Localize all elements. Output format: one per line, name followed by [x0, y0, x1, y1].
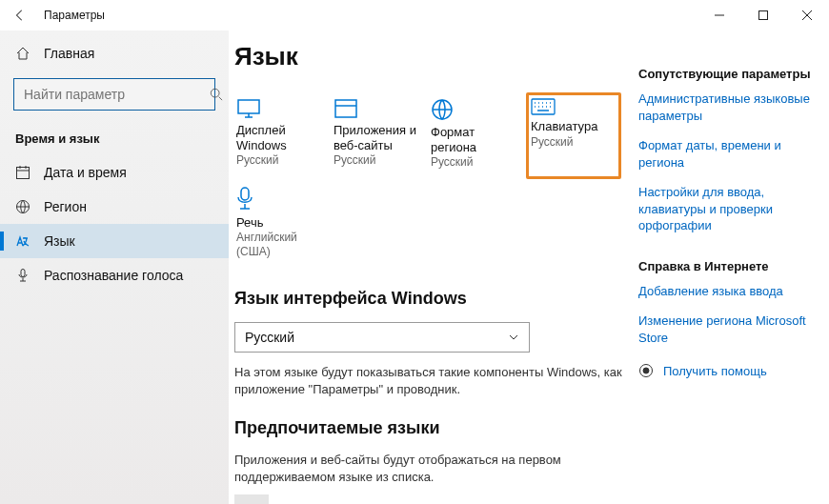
svg-rect-9	[241, 188, 249, 200]
tile-sub: Русский	[531, 135, 617, 149]
svg-point-1	[211, 89, 219, 97]
section-description: На этом языке будут показываться такие к…	[234, 364, 638, 397]
display-language-select[interactable]: Русский	[234, 322, 530, 353]
search-input[interactable]	[14, 87, 200, 102]
home-label: Главная	[44, 46, 94, 61]
close-button[interactable]	[785, 0, 829, 30]
search-box[interactable]	[13, 78, 215, 111]
section-heading: Язык интерфейса Windows	[234, 289, 638, 309]
tile-display[interactable]: Дисплей Windows Русский	[234, 92, 330, 179]
sidebar-item-label: Регион	[44, 199, 87, 214]
back-button[interactable]	[0, 9, 40, 22]
sidebar: Главная Время и язык Дата и время Регион…	[0, 30, 229, 504]
help-link[interactable]: Изменение региона Microsoft Store	[638, 312, 819, 346]
svg-point-11	[643, 368, 649, 373]
tile-sub: Русский	[334, 153, 425, 167]
get-help-label: Получить помощь	[663, 364, 767, 378]
tile-title: Формат региона	[431, 125, 522, 154]
tile-keyboard[interactable]: Клавиатура Русский	[526, 92, 621, 179]
tile-speech[interactable]: Речь Английский (США)	[234, 181, 330, 268]
svg-rect-6	[335, 100, 356, 117]
sidebar-item-language[interactable]: Язык	[0, 224, 229, 258]
related-link[interactable]: Формат даты, времени и региона	[638, 137, 819, 171]
section-description: Приложения и веб-сайты будут отображатьс…	[234, 452, 638, 485]
page-title: Язык	[234, 42, 638, 71]
chevron-down-icon	[508, 332, 519, 343]
sidebar-item-datetime[interactable]: Дата и время	[0, 155, 229, 190]
tile-title: Дисплей Windows	[236, 123, 328, 152]
search-icon	[200, 88, 233, 101]
help-link[interactable]: Добавление языка ввода	[638, 283, 819, 300]
select-value: Русский	[245, 330, 294, 345]
globe-icon	[431, 98, 522, 121]
get-help-link[interactable]: Получить помощь	[638, 363, 819, 378]
home-icon	[15, 46, 30, 61]
apps-icon	[334, 98, 425, 119]
related-settings-pane: Сопутствующие параметры Административные…	[638, 42, 819, 504]
section-heading: Предпочитаемые языки	[234, 418, 638, 438]
related-heading: Сопутствующие параметры	[638, 67, 819, 81]
related-link[interactable]: Настройки для ввода, клавиатуры и провер…	[638, 184, 819, 234]
help-icon	[638, 363, 654, 378]
sidebar-item-label: Язык	[44, 233, 75, 249]
sidebar-item-label: Распознавание голоса	[44, 268, 183, 283]
maximize-button[interactable]	[741, 0, 785, 30]
window-title: Параметры	[40, 9, 105, 22]
tile-region[interactable]: Формат региона Русский	[429, 92, 524, 179]
monitor-icon	[236, 98, 328, 119]
microphone-icon	[15, 268, 30, 283]
tile-apps[interactable]: Приложения и веб-сайты Русский	[332, 92, 427, 179]
tile-sub: Русский	[431, 155, 522, 169]
sidebar-item-label: Дата и время	[44, 165, 127, 180]
language-icon	[15, 233, 30, 249]
tile-title: Клавиатура	[531, 119, 617, 134]
keyboard-icon	[531, 98, 617, 115]
sidebar-item-region[interactable]: Регион	[0, 190, 229, 224]
svg-rect-5	[238, 100, 259, 113]
microphone-icon	[236, 187, 328, 212]
help-heading: Справка в Интернете	[638, 259, 819, 273]
globe-icon	[15, 199, 30, 214]
tile-title: Речь	[236, 215, 328, 231]
tile-sub: Английский (США)	[236, 231, 328, 258]
main-content: Язык Дисплей Windows Русский Приложения …	[229, 42, 638, 504]
calendar-icon	[15, 165, 30, 180]
add-language-button[interactable]: +	[234, 494, 269, 504]
related-link[interactable]: Административные языковые параметры	[638, 91, 819, 124]
sidebar-category: Время и язык	[0, 124, 229, 155]
tile-title: Приложения и веб-сайты	[334, 123, 425, 152]
tile-sub: Русский	[236, 153, 328, 167]
svg-rect-2	[17, 168, 30, 179]
svg-rect-0	[759, 11, 768, 20]
svg-rect-4	[21, 270, 25, 277]
home-link[interactable]: Главная	[0, 38, 229, 69]
sidebar-item-speech[interactable]: Распознавание голоса	[0, 258, 229, 292]
minimize-button[interactable]	[698, 0, 741, 30]
